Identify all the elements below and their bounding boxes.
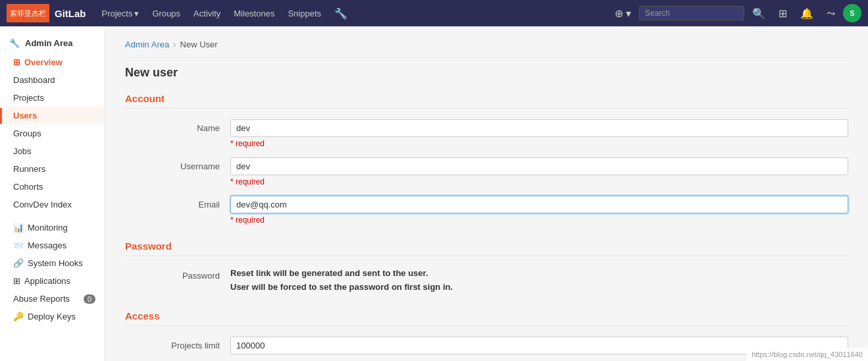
password-row: Password Reset link will be generated an… [125,267,848,294]
main-content: Admin Area › New User New user Account N… [105,26,868,361]
name-field-group: * required [230,119,848,148]
name-label: Name [125,119,230,133]
logo-text: 索菲亚杰栏 [10,9,46,18]
breadcrumb-separator: › [173,40,176,49]
email-label: Email [125,196,230,209]
layout-icon[interactable]: ⊞ [773,5,792,22]
logo-box: 索菲亚杰栏 [7,4,49,22]
sidebar-messages[interactable]: 📨 Messages [0,236,105,254]
page-title: New user [125,66,848,80]
brand-label: GitLab [55,8,86,19]
breadcrumb-parent[interactable]: Admin Area [125,40,169,49]
sidebar-dashboard[interactable]: Dashboard [0,71,105,89]
password-label: Password [125,267,230,281]
breadcrumb-current: New User [180,40,218,49]
url-hint: https://blog.csdn.net/qq_43011640 [746,348,868,361]
abuse-count-badge: 0 [84,294,95,304]
email-input[interactable] [230,196,848,213]
username-row: Username * required [125,157,848,186]
sidebar-cohorts[interactable]: Cohorts [0,178,105,196]
account-section: Account Name * required Username * requi… [125,93,848,225]
sidebar-projects[interactable]: Projects [0,89,105,107]
merge-request-icon[interactable]: ⤳ [821,5,840,22]
name-required: * required [230,139,848,148]
sidebar-overview[interactable]: ⊞ Overview [0,53,105,71]
sidebar-applications[interactable]: ⊞ Applications [0,272,105,290]
new-plus-icon[interactable]: ⊕ ▾ [609,5,636,22]
password-info: Reset link will be generated and sent to… [230,267,848,294]
account-section-title: Account [125,93,848,109]
email-row: Email * required [125,196,848,225]
sidebar-users[interactable]: Users [0,107,105,125]
projects-limit-row: Projects limit [125,337,848,354]
breadcrumb: Admin Area › New User [125,40,848,58]
sidebar-convdev[interactable]: ConvDev Index [0,196,105,213]
password-section-title: Password [125,240,848,256]
nav-milestones[interactable]: Milestones [228,6,280,21]
username-label: Username [125,157,230,171]
avatar[interactable]: S [843,4,861,22]
search-input[interactable] [639,6,744,20]
sidebar-groups[interactable]: Groups [0,125,105,142]
nav-groups[interactable]: Groups [147,6,186,21]
sidebar: 🔧 Admin Area ⊞ Overview Dashboard Projec… [0,26,105,361]
admin-icon: 🔧 [9,38,20,48]
sidebar-abuse-reports[interactable]: Abuse Reports 0 [0,290,105,308]
bell-icon[interactable]: 🔔 [795,5,819,22]
password-info-text: Reset link will be generated and sent to… [230,267,848,294]
access-section: Access Projects limit Can create group [125,310,848,361]
admin-area-header: 🔧 Admin Area [0,33,105,53]
projects-limit-label: Projects limit [125,337,230,350]
wrench-icon[interactable]: 🔧 [329,5,353,22]
sidebar-deploy-keys[interactable]: 🔑 Deploy Keys [0,308,105,325]
email-field-group: * required [230,196,848,225]
sidebar-system-hooks[interactable]: 🔗 System Hooks [0,254,105,272]
nav-snippets[interactable]: Snippets [282,6,326,21]
username-input[interactable] [230,157,848,175]
name-input[interactable] [230,119,848,137]
top-navigation: 索菲亚杰栏 GitLab Projects ▾ Groups Activity … [0,0,868,26]
nav-projects[interactable]: Projects ▾ [97,6,145,21]
username-field-group: * required [230,157,848,186]
access-section-title: Access [125,310,848,326]
sidebar-monitoring[interactable]: 📊 Monitoring [0,219,105,236]
email-required: * required [230,215,848,225]
name-row: Name * required [125,119,848,148]
username-required: * required [230,177,848,186]
password-section: Password Password Reset link will be gen… [125,240,848,294]
sidebar-jobs[interactable]: Jobs [0,142,105,160]
search-icon[interactable]: 🔍 [747,5,771,22]
nav-activity[interactable]: Activity [188,6,226,21]
sidebar-runners[interactable]: Runners [0,160,105,178]
